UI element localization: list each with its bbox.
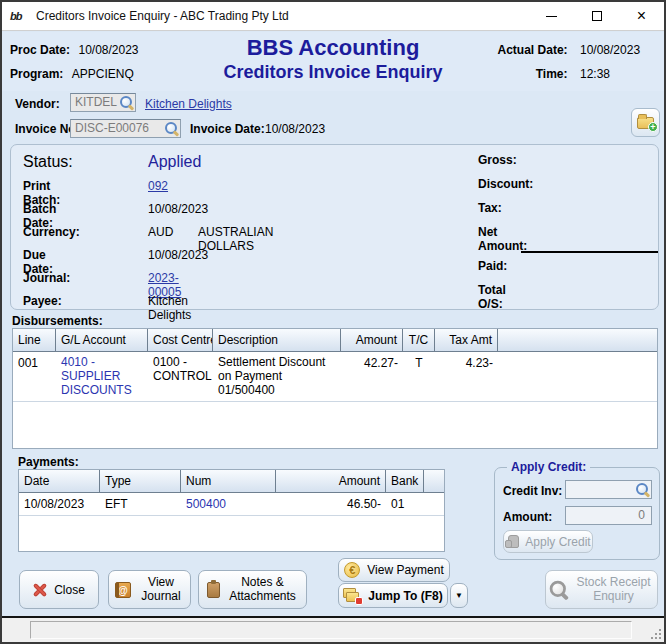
col-pay-amount[interactable]: Amount — [276, 470, 386, 492]
view-journal-label: View Journal — [138, 576, 184, 604]
stock-receipt-enquiry-button[interactable]: Stock Receipt Enquiry — [545, 570, 658, 609]
credit-inv-search-icon[interactable] — [636, 483, 649, 496]
time-label: Time: — [536, 67, 568, 81]
col-bank[interactable]: Bank — [386, 470, 424, 492]
close-window-button[interactable]: × — [619, 2, 664, 30]
vendor-search-icon[interactable] — [120, 96, 133, 109]
apply-credit-title: Apply Credit: — [507, 460, 590, 474]
jump-folders-icon — [343, 588, 361, 603]
discount-value: 0.00% — [0, 177, 1, 191]
vendor-label: Vendor: — [15, 97, 60, 111]
col-cost-centre[interactable]: Cost Centre — [148, 329, 213, 351]
stock-receipt-label: Stock Receipt Enquiry — [576, 576, 652, 604]
notes-attachments-label: Notes & Attachments — [227, 576, 299, 604]
titlebar: bb Creditors Invoice Enquiry - ABC Tradi… — [2, 2, 664, 31]
cell-num-link[interactable]: 500400 — [181, 493, 276, 515]
col-num[interactable]: Num — [181, 470, 276, 492]
minimize-button[interactable] — [529, 2, 574, 30]
close-icon: × — [637, 8, 646, 24]
view-journal-button[interactable]: @ View Journal — [108, 570, 191, 609]
tax-label: Tax: — [478, 201, 502, 215]
total-os-value: 0.00 — [0, 283, 1, 297]
credit-inv-input[interactable] — [565, 480, 652, 499]
resize-grip[interactable] — [651, 629, 661, 639]
col-amount[interactable]: Amount — [341, 329, 403, 351]
credit-inv-label: Credit Inv: — [503, 484, 562, 498]
paid-value: 46.50- — [0, 259, 1, 273]
apply-amount-value: 0 — [638, 508, 645, 522]
actual-date-value: 10/08/2023 — [580, 43, 650, 57]
apply-credit-button[interactable]: Apply Credit — [503, 530, 593, 553]
payee-value: Kitchen Delights — [148, 294, 191, 322]
jump-to-button[interactable]: Jump To (F8) — [338, 583, 448, 608]
cell-tc: T — [403, 352, 435, 401]
invoice-search-icon[interactable] — [165, 122, 178, 135]
print-batch-link[interactable]: 092 — [148, 179, 168, 193]
apply-amount-input[interactable]: 0 — [565, 506, 652, 525]
invoice-date-value: 10/08/2023 — [265, 122, 325, 136]
cell-gl-account[interactable]: 4010 - SUPPLIER DISCOUNTS — [56, 352, 148, 401]
cell-tax-amt: 4.23- — [435, 352, 498, 401]
invoice-date-label: Invoice Date: — [190, 122, 265, 136]
view-payment-button[interactable]: € View Payment — [338, 558, 450, 582]
app-icon: bb — [10, 8, 28, 24]
maximize-button[interactable] — [574, 2, 619, 30]
batch-date-value: 10/08/2023 — [148, 202, 208, 216]
currency-code: AUD — [148, 225, 173, 239]
cell-cost-centre: 0100 - CONTROL — [148, 352, 213, 401]
disbursement-row[interactable]: 001 4010 - SUPPLIER DISCOUNTS 0100 - CON… — [13, 352, 657, 402]
coin-euro-icon: € — [344, 562, 360, 578]
invoice-no-input[interactable]: DISC-E00076 — [70, 119, 181, 138]
payee-label: Payee: — [23, 294, 62, 308]
jump-to-label: Jump To (F8) — [368, 589, 442, 603]
actual-date-label: Actual Date: — [498, 43, 568, 57]
notes-attachments-button[interactable]: Notes & Attachments — [198, 570, 307, 609]
folder-add-icon: + — [637, 117, 654, 129]
window-title: Creditors Invoice Enquiry - ABC Trading … — [36, 9, 289, 23]
cell-type: EFT — [100, 493, 181, 515]
cell-date: 10/08/2023 — [19, 493, 100, 515]
gross-value: 46.50- — [0, 153, 1, 167]
new-document-button[interactable]: + — [631, 108, 660, 137]
col-tc[interactable]: T/C — [403, 329, 435, 351]
total-os-label: Total O/S: — [478, 283, 506, 311]
cell-pay-amount: 46.50- — [276, 493, 386, 515]
discount-label: Discount: — [478, 177, 533, 191]
apply-credit-group: Apply Credit: Credit Inv: Amount: 0 Appl… — [494, 467, 660, 560]
status-bar — [2, 616, 664, 642]
disbursements-table[interactable]: Line G/L Account Cost Centre Description… — [12, 328, 658, 449]
header-band: Proc Date: 10/08/2023 Program: APPCIENQ … — [2, 32, 664, 91]
invoice-status-panel: Status: Applied Print Batch: 092 Batch D… — [10, 144, 659, 310]
vendor-name-link[interactable]: Kitchen Delights — [145, 97, 232, 111]
net-amount-value: 46.50- — [0, 225, 1, 239]
col-date[interactable]: Date — [19, 470, 100, 492]
invoice-no-value: DISC-E00076 — [75, 121, 149, 135]
chevron-down-icon: ▼ — [455, 591, 463, 600]
vendor-code: KITDEL — [75, 95, 117, 109]
disbursements-title: Disbursements: — [12, 314, 103, 328]
col-pay-filler — [424, 470, 444, 492]
col-line[interactable]: Line — [13, 329, 56, 351]
plus-badge-icon: + — [648, 122, 658, 132]
payments-table[interactable]: Date Type Num Amount Bank 10/08/2023 EFT… — [18, 469, 445, 552]
clipboard-icon — [207, 582, 220, 598]
maximize-icon — [592, 11, 602, 21]
payment-row[interactable]: 10/08/2023 EFT 500400 46.50- 01 — [19, 493, 444, 516]
close-button[interactable]: Close — [19, 570, 99, 609]
close-x-icon — [33, 583, 47, 597]
col-tax-amt[interactable]: Tax Amt — [435, 329, 498, 351]
app-window: bb Creditors Invoice Enquiry - ABC Tradi… — [0, 0, 666, 644]
col-filler — [498, 329, 657, 351]
disbursements-header: Line G/L Account Cost Centre Description… — [13, 329, 657, 352]
window-controls: × — [529, 2, 664, 30]
col-description[interactable]: Description — [213, 329, 341, 351]
cell-amount: 42.27- — [341, 352, 403, 401]
col-gl-account[interactable]: G/L Account — [56, 329, 148, 351]
time-value: 12:38 — [580, 67, 650, 81]
vendor-input[interactable]: KITDEL — [70, 93, 136, 112]
close-button-label: Close — [54, 583, 85, 597]
col-type[interactable]: Type — [100, 470, 181, 492]
apply-credit-button-label: Apply Credit — [525, 535, 590, 549]
status-label: Status: — [23, 153, 73, 171]
jump-to-dropdown-button[interactable]: ▼ — [450, 583, 468, 608]
